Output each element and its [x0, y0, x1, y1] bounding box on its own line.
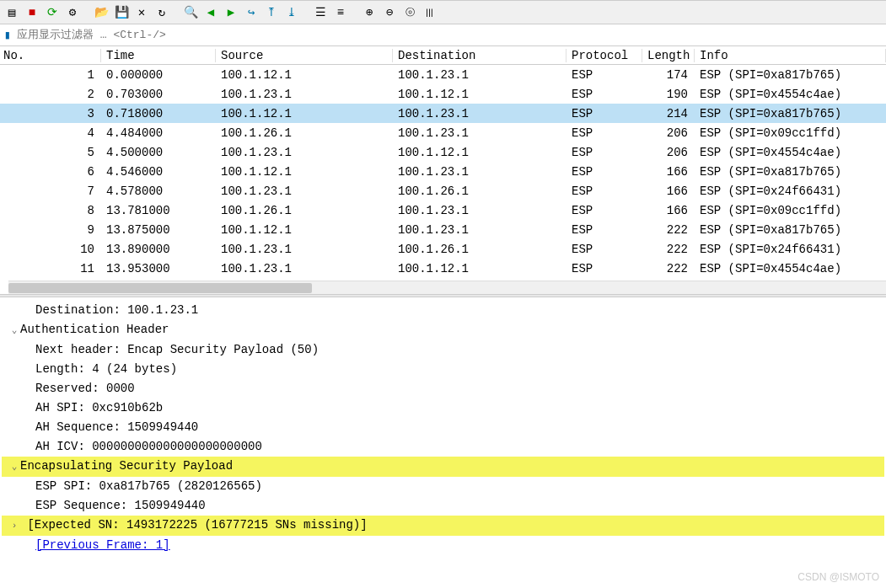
find-icon[interactable]: 🔍 — [182, 4, 199, 21]
col-header-protocol[interactable]: Protocol — [567, 49, 642, 62]
col-header-time[interactable]: Time — [101, 49, 216, 62]
cell-source: 100.1.12.1 — [216, 223, 393, 237]
back-icon[interactable]: ◀ — [202, 4, 219, 21]
detail-ah-reserved[interactable]: Reserved: 0000 — [2, 379, 884, 398]
cell-destination: 100.1.23.1 — [393, 107, 567, 120]
resize-cols-icon[interactable]: ⫼ — [422, 4, 438, 21]
detail-ah-sequence[interactable]: AH Sequence: 1509949440 — [2, 418, 884, 437]
save-icon[interactable]: 💾 — [113, 4, 130, 21]
col-header-info[interactable]: Info — [695, 49, 886, 62]
chevron-right-icon[interactable]: › — [8, 516, 20, 536]
close-icon[interactable]: ✕ — [133, 4, 150, 21]
cell-no: 1 — [0, 68, 101, 82]
last-icon[interactable]: ⤓ — [283, 4, 300, 21]
detail-destination[interactable]: Destination: 100.1.23.1 — [2, 301, 884, 320]
chevron-down-icon[interactable]: ⌄ — [8, 457, 20, 477]
detail-ah-next[interactable]: Next header: Encap Security Payload (50) — [2, 340, 884, 360]
settings-icon[interactable]: ⚙ — [64, 4, 81, 21]
col-header-length[interactable]: Length — [642, 49, 695, 62]
scrollbar-thumb[interactable] — [8, 283, 312, 293]
zoom-reset-icon[interactable]: ⦾ — [401, 4, 418, 21]
cell-source: 100.1.23.1 — [216, 262, 393, 275]
cell-source: 100.1.23.1 — [216, 146, 393, 159]
packet-row[interactable]: 1113.953000100.1.23.1100.1.12.1ESP222ESP… — [0, 259, 886, 278]
cell-destination: 100.1.23.1 — [393, 204, 567, 217]
cell-info: ESP (SPI=0xa817b765) — [695, 107, 886, 120]
packet-row[interactable]: 1013.890000100.1.23.1100.1.26.1ESP222ESP… — [0, 239, 886, 259]
first-icon[interactable]: ⤒ — [263, 4, 280, 21]
detail-esp-header-label: Encapsulating Security Payload — [20, 459, 233, 473]
col-header-source[interactable]: Source — [216, 49, 393, 62]
detail-ah-header[interactable]: ⌄Authentication Header — [2, 320, 884, 340]
cell-length: 222 — [642, 243, 695, 256]
previous-frame-link[interactable]: [Previous Frame: 1] — [35, 538, 170, 552]
detail-ah-header-label: Authentication Header — [20, 323, 169, 336]
detail-ah-icv[interactable]: AH ICV: 000000000000000000000000 — [2, 437, 884, 457]
chevron-down-icon[interactable]: ⌄ — [8, 321, 20, 340]
packet-row[interactable]: 913.875000100.1.12.1100.1.23.1ESP222ESP … — [0, 220, 886, 239]
cell-no: 8 — [0, 204, 101, 217]
cell-length: 222 — [642, 223, 695, 237]
detail-esp-header[interactable]: ⌄Encapsulating Security Payload — [2, 457, 884, 477]
cell-no: 3 — [0, 107, 101, 120]
filter-bar: ▮ — [0, 24, 886, 46]
zoom-in-icon[interactable]: ⊕ — [361, 4, 378, 21]
packet-row[interactable]: 813.781000100.1.26.1100.1.23.1ESP166ESP … — [0, 200, 886, 220]
col-header-no[interactable]: No. — [0, 49, 101, 62]
cell-info: ESP (SPI=0x24f66431) — [695, 184, 886, 198]
cell-info: ESP (SPI=0x09cc1ffd) — [695, 126, 886, 140]
detail-ah-length[interactable]: Length: 4 (24 bytes) — [2, 360, 884, 379]
col-header-destination[interactable]: Destination — [393, 49, 567, 62]
detail-previous-frame[interactable]: [Previous Frame: 1] — [2, 536, 884, 555]
cell-time: 0.718000 — [101, 107, 216, 120]
cell-source: 100.1.12.1 — [216, 107, 393, 120]
packet-row[interactable]: 54.500000100.1.23.1100.1.12.1ESP206ESP (… — [0, 142, 886, 162]
cell-destination: 100.1.23.1 — [393, 126, 567, 140]
cell-destination: 100.1.26.1 — [393, 243, 567, 256]
jump-icon[interactable]: ↪ — [243, 4, 260, 21]
forward-icon[interactable]: ▶ — [223, 4, 239, 21]
restart-icon[interactable]: ⟳ — [44, 4, 61, 21]
cell-info: ESP (SPI=0x09cc1ffd) — [695, 204, 886, 217]
cell-info: ESP (SPI=0xa817b765) — [695, 223, 886, 237]
open-icon[interactable]: 📂 — [93, 4, 110, 21]
cell-source: 100.1.12.1 — [216, 165, 393, 179]
colorize-icon[interactable]: ≡ — [332, 4, 349, 21]
cell-time: 0.703000 — [101, 88, 216, 101]
display-filter-input[interactable] — [13, 26, 884, 45]
cell-source: 100.1.26.1 — [216, 126, 393, 140]
packet-row[interactable]: 20.703000100.1.23.1100.1.12.1ESP190ESP (… — [0, 84, 886, 104]
bookmark-icon[interactable]: ▮ — [2, 28, 13, 42]
detail-esp-spi[interactable]: ESP SPI: 0xa817b765 (2820126565) — [2, 477, 884, 496]
packet-row[interactable]: 10.000000100.1.12.1100.1.23.1ESP174ESP (… — [0, 65, 886, 84]
packet-row[interactable]: 30.718000100.1.12.1100.1.23.1ESP214ESP (… — [0, 104, 886, 123]
horizontal-scrollbar[interactable] — [8, 281, 886, 294]
cell-destination: 100.1.12.1 — [393, 146, 567, 159]
cell-time: 4.546000 — [101, 165, 216, 179]
cell-no: 7 — [0, 184, 101, 198]
detail-esp-expected[interactable]: › [Expected SN: 1493172225 (16777215 SNs… — [2, 516, 884, 536]
list-icon[interactable]: ▤ — [3, 4, 20, 21]
packet-row[interactable]: 64.546000100.1.12.1100.1.23.1ESP166ESP (… — [0, 162, 886, 181]
cell-source: 100.1.23.1 — [216, 243, 393, 256]
stop-icon[interactable]: ■ — [24, 4, 40, 21]
autoscroll-icon[interactable]: ☰ — [312, 4, 329, 21]
detail-ah-spi[interactable]: AH SPI: 0xc910b62b — [2, 398, 884, 418]
cell-time: 4.500000 — [101, 146, 216, 159]
cell-source: 100.1.12.1 — [216, 68, 393, 82]
cell-length: 190 — [642, 88, 695, 101]
watermark: CSDN @ISMOTO — [797, 571, 879, 583]
cell-protocol: ESP — [567, 184, 642, 198]
cell-length: 174 — [642, 68, 695, 82]
zoom-out-icon[interactable]: ⊖ — [381, 4, 398, 21]
detail-esp-sequence[interactable]: ESP Sequence: 1509949440 — [2, 496, 884, 516]
cell-destination: 100.1.23.1 — [393, 68, 567, 82]
cell-info: ESP (SPI=0x24f66431) — [695, 243, 886, 256]
cell-protocol: ESP — [567, 146, 642, 159]
reload-icon[interactable]: ↻ — [153, 4, 170, 21]
cell-length: 166 — [642, 165, 695, 179]
packet-row[interactable]: 44.484000100.1.26.1100.1.23.1ESP206ESP (… — [0, 123, 886, 142]
cell-destination: 100.1.23.1 — [393, 165, 567, 179]
packet-row[interactable]: 74.578000100.1.23.1100.1.26.1ESP166ESP (… — [0, 181, 886, 200]
cell-protocol: ESP — [567, 204, 642, 217]
